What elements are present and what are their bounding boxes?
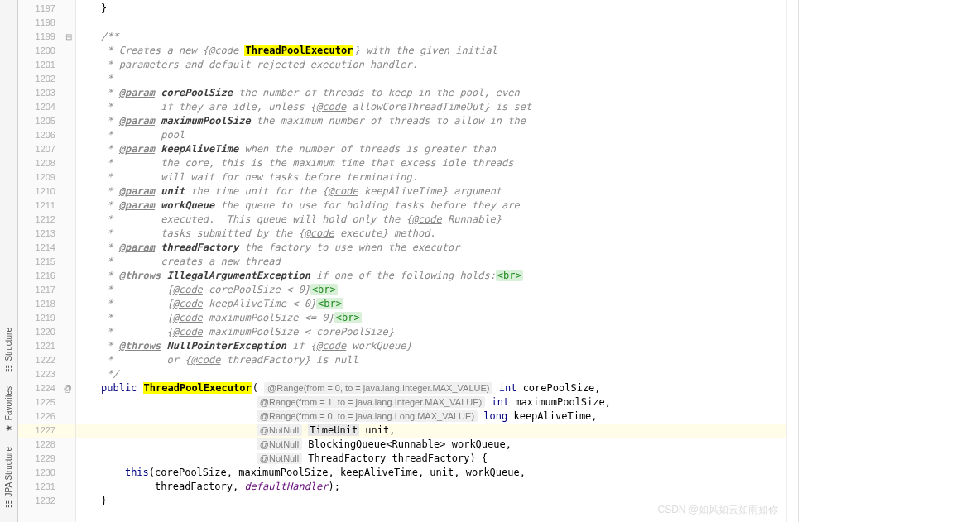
line-number[interactable]: 1230 <box>18 466 75 480</box>
line-number[interactable]: 1198 <box>18 16 75 30</box>
param-tag: @param <box>119 185 155 197</box>
line-number[interactable]: 1226 <box>18 409 75 424</box>
star-icon: ★ <box>4 424 13 433</box>
line-number[interactable]: 1210 <box>18 184 75 199</box>
annotation-hint: @Range(from = 0, to = java.lang.Long.MAX… <box>257 410 478 422</box>
line-number[interactable]: 1197 <box>18 2 75 16</box>
param-tag: @param <box>119 143 155 155</box>
tool-window-bar: ☷Structure ★Favorites ☷JPA Structure <box>0 0 18 522</box>
line-number[interactable]: 1214 <box>18 241 75 255</box>
line-number[interactable]: 1218 <box>18 297 75 311</box>
param-tag: @param <box>119 115 155 127</box>
line-number[interactable]: 1202 <box>18 72 75 86</box>
line-number[interactable]: 1208 <box>18 156 75 170</box>
right-panel <box>798 0 980 522</box>
blank-line <box>76 16 786 30</box>
line-number[interactable]: 1217 <box>18 283 75 297</box>
override-icon[interactable]: @ <box>64 381 72 395</box>
annotation-hint: @NotNull <box>257 424 302 436</box>
line-number[interactable]: 1216 <box>18 269 75 283</box>
error-stripe[interactable] <box>786 0 798 522</box>
line-number[interactable]: 1213 <box>18 227 75 241</box>
code-text: } <box>101 2 107 14</box>
line-number[interactable]: 1221 <box>18 339 75 353</box>
line-number[interactable]: 1225 <box>18 395 75 409</box>
line-number[interactable]: 1224@ <box>18 381 75 395</box>
line-number[interactable]: 1205 <box>18 114 75 128</box>
line-number[interactable]: 1215 <box>18 255 75 269</box>
br-tag: <br> <box>334 312 362 323</box>
line-number[interactable]: 1203 <box>18 86 75 100</box>
side-tab-label: JPA Structure <box>4 447 13 496</box>
line-number[interactable]: 1204 <box>18 100 75 114</box>
watermark-text: CSDN @如风如云如雨如你 <box>657 503 778 517</box>
param-tag: @param <box>119 242 155 253</box>
highlighted-text: ThreadPoolExecutor <box>143 382 252 394</box>
line-number[interactable]: 1209 <box>18 170 75 184</box>
line-number[interactable]: 1219 <box>18 311 75 325</box>
line-number[interactable]: 1229 <box>18 452 75 466</box>
param-tag: @param <box>119 199 155 211</box>
br-tag: <br> <box>316 298 343 309</box>
fold-icon[interactable]: ⊟ <box>65 30 72 44</box>
line-number[interactable]: 1206 <box>18 128 75 142</box>
annotation-hint: @NotNull <box>257 453 302 464</box>
line-number[interactable]: 1211 <box>18 199 75 213</box>
annotation-hint: @Range(from = 0, to = java.lang.Integer.… <box>264 382 492 394</box>
side-tab-label: Favorites <box>4 386 13 420</box>
line-number[interactable]: 1207 <box>18 142 75 156</box>
line-number[interactable]: 1201 <box>18 58 75 72</box>
editor-area[interactable]: } /** * Creates a new {@code ThreadPoolE… <box>76 0 786 522</box>
line-number[interactable]: 1220 <box>18 325 75 339</box>
javadoc-start: /** <box>101 31 119 42</box>
side-tab-label: Structure <box>4 328 13 362</box>
br-tag: <br> <box>496 270 523 281</box>
side-tab-jpa-structure[interactable]: ☷JPA Structure <box>2 440 15 515</box>
structure-icon: ☷ <box>4 364 13 373</box>
highlighted-text: ThreadPoolExecutor <box>244 45 353 56</box>
annotation-hint: @Range(from = 1, to = java.lang.Integer.… <box>257 396 485 408</box>
line-number[interactable]: 1199⊟ <box>18 30 75 44</box>
structure-icon: ☷ <box>4 500 13 509</box>
line-number[interactable]: 1223 <box>18 367 75 381</box>
side-tab-structure[interactable]: ☷Structure <box>2 321 15 381</box>
line-number[interactable]: 1212 <box>18 213 75 227</box>
br-tag: <br> <box>310 284 338 295</box>
line-number-gutter[interactable]: 119711981199⊟120012011202120312041205120… <box>18 0 76 522</box>
line-number[interactable]: 1232 <box>18 494 75 508</box>
line-number[interactable]: 1200 <box>18 44 75 58</box>
side-tab-favorites[interactable]: ★Favorites <box>2 380 15 439</box>
line-number[interactable]: 1231 <box>18 480 75 494</box>
line-number[interactable]: 1228 <box>18 438 75 452</box>
line-number[interactable]: 1227 <box>18 424 75 438</box>
throws-tag: @throws <box>119 270 161 281</box>
annotation-hint: @NotNull <box>257 438 302 450</box>
param-tag: @param <box>119 87 155 98</box>
line-number[interactable]: 1222 <box>18 353 75 367</box>
keyword-public: public <box>101 382 137 394</box>
throws-tag: @throws <box>119 340 161 352</box>
